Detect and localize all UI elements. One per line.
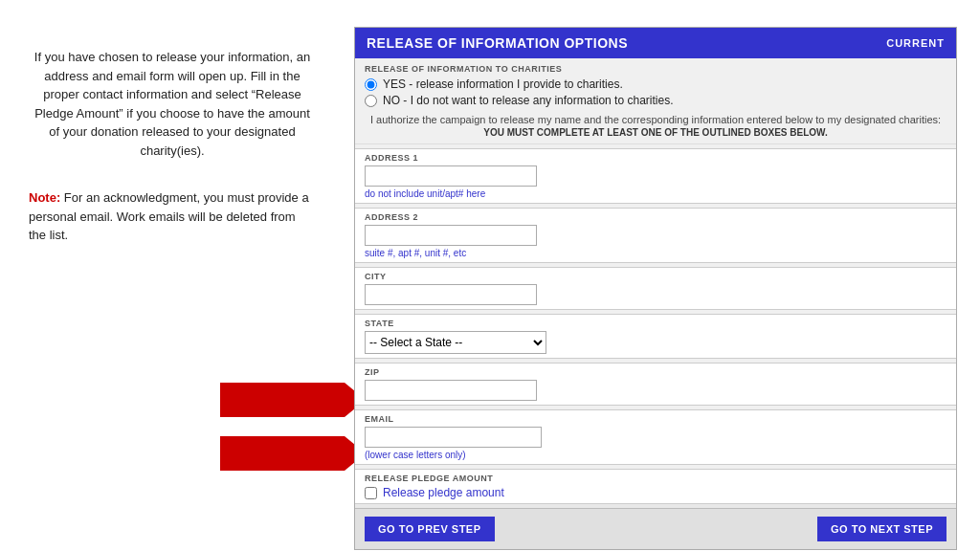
address1-field-row: ADDRESS 1 do not include unit/apt# here (355, 148, 956, 204)
address2-hint: suite #, apt #, unit #, etc (365, 248, 947, 258)
address2-field-row: ADDRESS 2 suite #, apt #, unit #, etc (355, 208, 956, 263)
release-charities-section: RELEASE OF INFORMATION TO CHARITIES YES … (355, 58, 956, 144)
address1-hint: do not include unit/apt# here (365, 188, 947, 199)
main-description: If you have chosen to release your infor… (29, 48, 316, 160)
left-panel: If you have chosen to release your infor… (29, 48, 316, 264)
arrow-shape-1 (220, 383, 345, 417)
email-field-row: EMAIL (lower case letters only) (355, 409, 956, 465)
note-label: Note: (29, 190, 60, 205)
next-step-button[interactable]: GO TO NEXT STEP (817, 517, 947, 541)
radio-yes-row[interactable]: YES - release information I provide to c… (365, 77, 947, 91)
form-panel: RELEASE OF INFORMATION OPTIONS CURRENT R… (354, 27, 957, 550)
form-title: RELEASE OF INFORMATION OPTIONS (367, 35, 628, 51)
email-input[interactable] (365, 427, 542, 448)
city-field-row: CITY (355, 267, 956, 310)
radio-yes-input[interactable] (365, 78, 377, 91)
radio-no-input[interactable] (365, 95, 377, 107)
note-text: For an acknowledgment, you must provide … (29, 190, 309, 242)
release-charities-label: RELEASE OF INFORMATION TO CHARITIES (365, 64, 947, 74)
city-label: CITY (365, 272, 947, 281)
arrow-pledge (220, 436, 345, 471)
state-label: STATE (365, 319, 947, 328)
note-section: Note: For an acknowledgment, you must pr… (29, 188, 316, 245)
zip-label: ZIP (365, 367, 947, 377)
address2-input[interactable] (365, 225, 537, 246)
zip-field-row: ZIP (355, 363, 956, 406)
email-hint: (lower case letters only) (365, 450, 947, 460)
state-select[interactable]: -- Select a State -- (365, 331, 546, 354)
form-footer: GO TO PREV STEP GO TO NEXT STEP (355, 508, 956, 549)
address1-input[interactable] (365, 165, 537, 187)
address1-label: ADDRESS 1 (365, 153, 947, 163)
state-field-row: STATE -- Select a State -- (355, 314, 956, 359)
form-header: RELEASE OF INFORMATION OPTIONS CURRENT (355, 28, 956, 58)
release-pledge-label: RELEASE PLEDGE AMOUNT (365, 474, 947, 483)
radio-no-label: NO - I do not want to release any inform… (383, 94, 673, 107)
release-pledge-field-row: RELEASE PLEDGE AMOUNT Release pledge amo… (355, 469, 956, 504)
email-label: EMAIL (365, 414, 947, 424)
arrow-shape-2 (220, 436, 345, 471)
form-body: RELEASE OF INFORMATION TO CHARITIES YES … (355, 58, 956, 504)
auth-bold: YOU MUST COMPLETE AT LEAST ONE OF THE OU… (365, 127, 947, 138)
radio-no-row[interactable]: NO - I do not want to release any inform… (365, 94, 947, 107)
city-input[interactable] (365, 284, 537, 305)
radio-yes-label: YES - release information I provide to c… (383, 77, 623, 91)
prev-step-button[interactable]: GO TO PREV STEP (365, 517, 495, 541)
current-badge: CURRENT (886, 37, 945, 49)
note-paragraph: Note: For an acknowledgment, you must pr… (29, 188, 316, 245)
release-pledge-checkbox-label: Release pledge amount (383, 486, 504, 499)
auth-text: I authorize the campaign to release my n… (365, 110, 947, 127)
zip-input[interactable] (365, 380, 537, 401)
release-pledge-checkbox[interactable] (365, 487, 377, 499)
arrow-email (220, 383, 345, 417)
release-pledge-checkbox-row[interactable]: Release pledge amount (365, 486, 947, 499)
address2-label: ADDRESS 2 (365, 212, 947, 222)
